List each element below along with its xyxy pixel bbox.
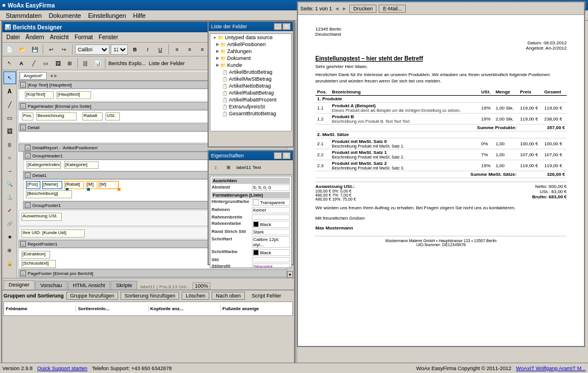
bold-btn[interactable]: B	[129, 44, 141, 55]
redo-btn[interactable]: ↪	[58, 44, 70, 55]
barcode-btn[interactable]: |||	[80, 58, 91, 69]
tool-rect[interactable]: ▭	[3, 111, 16, 124]
table-btn[interactable]: ⊞	[64, 58, 76, 69]
tool-image[interactable]: 🖼	[3, 125, 16, 137]
elem-kategorie-index[interactable]: [KategorieIndex]	[27, 161, 61, 169]
select-btn[interactable]: ↖	[3, 58, 15, 69]
elem-extraktion[interactable]: [Extraktion]	[21, 251, 50, 259]
props-close-btn[interactable]: ✕	[282, 152, 291, 159]
elem-beschreibung[interactable]: [Beschreibung]	[26, 190, 72, 198]
tree-artikel-rabatt[interactable]: 📋 ArtikelRabattBetrag	[210, 89, 291, 96]
elem-schlusstext[interactable]: [Schlusstext]	[21, 260, 56, 268]
elem-pos-header[interactable]: Pos.	[22, 112, 33, 120]
inner-menu-andern[interactable]: Ändern	[22, 33, 47, 41]
tool-barcode[interactable]: |||	[3, 138, 16, 150]
tree-kunde[interactable]: ▶ 📁 Kunde	[210, 62, 291, 69]
add-group-btn[interactable]: Gruppe hinzufügen	[66, 292, 119, 300]
new-btn[interactable]: 📄	[3, 44, 15, 55]
field-explore-btn[interactable]: Berichts Explo...	[107, 61, 147, 66]
rect-btn[interactable]: ▭	[40, 58, 51, 69]
tool-zoom[interactable]: 🔍	[3, 178, 16, 190]
page-nav-left[interactable]: ◄	[334, 6, 340, 12]
inner-menu-fenster[interactable]: Fenster	[96, 33, 121, 41]
elem-ausweisung-ust[interactable]: Ausweisung USt.	[21, 213, 62, 221]
expand-detail1[interactable]: -	[25, 172, 31, 178]
fields-close-btn[interactable]: ✕	[282, 23, 291, 30]
delete-btn[interactable]: Löschen	[182, 292, 209, 300]
tool-select[interactable]: ↖	[3, 71, 16, 84]
scroll-right-btn[interactable]: ►	[54, 73, 58, 78]
scroll-down-btn[interactable]: ▼	[287, 271, 293, 278]
font-selector[interactable]: Calibri	[75, 44, 110, 55]
inner-menu-datei[interactable]: Datei	[3, 33, 22, 41]
props-sort-btn[interactable]: ↕	[210, 161, 221, 173]
align-left-btn[interactable]: ≡	[171, 44, 183, 55]
angebot-tab[interactable]: Angebot*	[20, 72, 47, 80]
expand-detail[interactable]: -	[20, 125, 26, 130]
elem-kategorie[interactable]: [Kategorie]	[64, 161, 99, 169]
font-size-selector[interactable]: 12	[111, 44, 128, 55]
expand-groupheader1[interactable]: -	[25, 153, 31, 159]
tab-designer[interactable]: Designer	[3, 280, 35, 289]
elem-koptext[interactable]: [KopText]	[25, 91, 54, 99]
elem-bez-header[interactable]: Bezeichnung	[36, 112, 77, 120]
elem-rabatt-header[interactable]: Rabatt	[82, 112, 103, 120]
tree-artikel-netto[interactable]: 📋 ArtikelNettoBetrag	[210, 82, 291, 89]
menu-stammdaten[interactable]: Stammdaten	[2, 12, 45, 20]
align-center-btn[interactable]: ≡	[184, 44, 195, 55]
inner-menu-format[interactable]: Format	[71, 33, 96, 41]
undo-btn[interactable]: ↩	[46, 44, 57, 55]
resize-handle2[interactable]	[87, 188, 90, 191]
script-errors-tab[interactable]: Script Fehler	[252, 293, 281, 299]
page-nav-right[interactable]: ►	[342, 6, 347, 12]
elem-pos-field[interactable]: [Pos]	[26, 181, 40, 189]
fields-min-btn[interactable]: _	[274, 23, 282, 30]
print-btn[interactable]: Drucken	[349, 5, 377, 13]
tree-artikel-brutto[interactable]: 📋 ArtikelBruttoBetrag	[210, 69, 291, 76]
open-btn[interactable]: 📂	[16, 44, 28, 55]
expand-pagefooter[interactable]: -	[20, 270, 26, 276]
tool-link[interactable]: 🔗	[3, 217, 16, 230]
props-min-btn[interactable]: _	[274, 152, 282, 159]
expand-koptext[interactable]: -	[20, 82, 26, 88]
elem-ust-header[interactable]: USt.	[105, 112, 120, 120]
tree-zahlungen[interactable]: ▶ 📁 Zahlungen	[210, 48, 291, 55]
tree-artikel-mwst[interactable]: 📋 ArtikelMwStBetrag	[210, 76, 291, 82]
add-sort-btn[interactable]: Sortierung hinzufügen	[120, 292, 179, 300]
elem-haupttext[interactable]: [Haupttext]	[56, 91, 91, 99]
field-list-btn[interactable]: Liste der Felder	[148, 61, 186, 66]
support-link[interactable]: Quick Support starten	[37, 366, 88, 371]
expand-detailreport[interactable]: -	[25, 145, 31, 150]
resize-handle3[interactable]	[118, 188, 120, 191]
tool-circle[interactable]: ○	[3, 151, 16, 164]
expand-reportfooter1[interactable]: -	[20, 241, 26, 247]
italic-btn[interactable]: I	[142, 44, 153, 55]
tree-extra-aufpreis[interactable]: 📋 ExtraAufpreisSt	[210, 103, 291, 110]
save-btn[interactable]: 💾	[29, 44, 40, 55]
tool-check[interactable]: ✓	[3, 204, 16, 217]
inner-menu-ansicht[interactable]: Ansicht	[47, 33, 72, 41]
menu-hilfe[interactable]: Hilfe	[130, 12, 149, 20]
tool-star[interactable]: ★	[3, 231, 16, 243]
elem-m2-field[interactable]: [M]	[99, 181, 119, 189]
tool-anchor[interactable]: ⚓	[3, 191, 16, 204]
align-right-btn[interactable]: ≡	[197, 44, 208, 55]
tree-gesamt-brutto[interactable]: 📋 GesamtBruttoBetrag	[210, 110, 291, 117]
tool-grid[interactable]: ⊞	[3, 244, 16, 257]
elem-name-field[interactable]: [Name]	[42, 181, 62, 189]
scroll-left-btn[interactable]: ◄	[49, 73, 54, 78]
props-cat-btn[interactable]: ⊞	[223, 161, 234, 173]
section-body-pagefooter[interactable]	[18, 277, 292, 278]
tree-datasource[interactable]: ▼ 📁 Untyped data source	[210, 34, 291, 41]
tab-skripte[interactable]: Skripte	[111, 281, 137, 289]
tree-artikelpositionen[interactable]: ▶ 📁 ArtikelPositionen	[210, 41, 291, 48]
expand-pageheader[interactable]: -	[20, 103, 26, 109]
tool-lock[interactable]: 🔒	[3, 257, 16, 270]
menu-einstellungen[interactable]: Einstellungen	[85, 12, 130, 20]
tree-artikel-rabatt-pct[interactable]: 📋 ArtikelRabattProzent	[210, 96, 291, 103]
up-btn[interactable]: Nach oben	[212, 292, 245, 300]
line-btn[interactable]: ╱	[28, 58, 39, 69]
tool-arrow[interactable]: →	[3, 164, 16, 177]
text-btn[interactable]: A	[16, 58, 27, 69]
underline-btn[interactable]: U	[154, 44, 166, 55]
